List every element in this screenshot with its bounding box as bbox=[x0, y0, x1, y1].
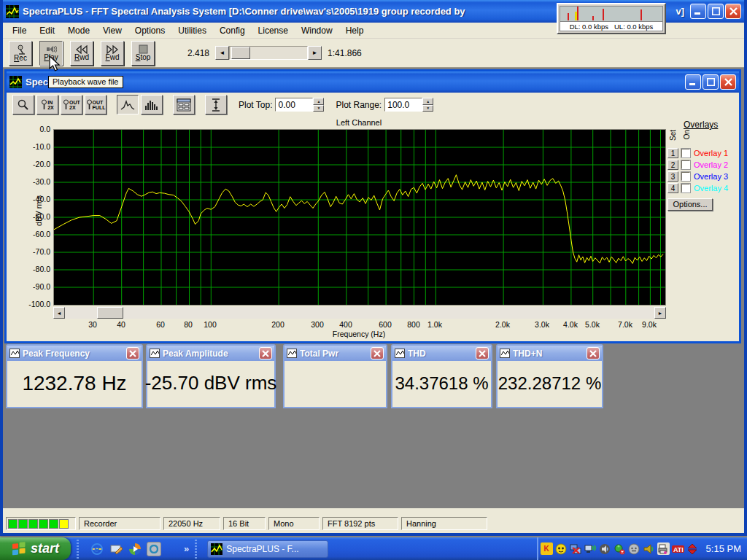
menu-mode[interactable]: Mode bbox=[61, 24, 96, 37]
overlay-2-label: Overlay 2 bbox=[694, 160, 728, 169]
stop-button[interactable]: Stop bbox=[131, 41, 155, 66]
plot-range-up-arrow[interactable]: ▲ bbox=[422, 98, 433, 105]
internet-explorer-icon[interactable]: e bbox=[90, 542, 104, 556]
scroll-thumb[interactable] bbox=[97, 307, 123, 319]
plot-range-input[interactable] bbox=[384, 98, 422, 112]
spectrum-plot[interactable] bbox=[53, 129, 666, 306]
network-disconnected-tray-icon[interactable] bbox=[570, 542, 582, 555]
menu-file[interactable]: File bbox=[6, 24, 33, 37]
zoom-tool-button[interactable] bbox=[12, 95, 34, 114]
scroll-track[interactable] bbox=[65, 307, 654, 319]
peak-amplitude-close-icon[interactable] bbox=[259, 347, 272, 359]
overlay-2-checkbox[interactable] bbox=[681, 160, 690, 169]
start-button[interactable]: start bbox=[0, 537, 71, 560]
peak-frequency-close-icon[interactable] bbox=[126, 347, 139, 359]
display-options-button[interactable] bbox=[173, 95, 195, 114]
slider-left-arrow[interactable]: ◄ bbox=[215, 46, 229, 60]
overlay-3-set-button[interactable]: 3 bbox=[667, 171, 678, 182]
zoom-out-2x-button[interactable]: OUT2X bbox=[61, 95, 82, 114]
plot-top-input[interactable] bbox=[275, 98, 313, 112]
plot-range-down-arrow[interactable]: ▼ bbox=[422, 105, 433, 112]
status-recorder: Recorder bbox=[79, 517, 160, 530]
x-tick-label: 400 bbox=[339, 320, 352, 329]
quick-launch-overflow-chevron[interactable]: » bbox=[184, 543, 189, 554]
zoom-in-2x-button[interactable]: IN2X bbox=[36, 95, 58, 114]
spectrum-maximize-button[interactable] bbox=[703, 74, 719, 90]
plot-range-spinbox: ▲▼ bbox=[384, 98, 433, 112]
plot-range-label: Plot Range: bbox=[336, 100, 382, 110]
thd-n-value: 232.28712 % bbox=[498, 361, 602, 405]
show-desktop-icon[interactable] bbox=[109, 542, 123, 556]
ati-tray-icon[interactable]: ATI bbox=[672, 542, 684, 555]
record-button[interactable]: Rec bbox=[9, 41, 32, 66]
overlays-options-button[interactable]: Options... bbox=[667, 198, 713, 211]
quicktime-icon[interactable] bbox=[147, 542, 161, 556]
plot-top-down-arrow[interactable]: ▼ bbox=[313, 105, 324, 112]
menu-help[interactable]: Help bbox=[339, 24, 371, 37]
x-tick-label: 800 bbox=[407, 320, 420, 329]
close-button[interactable] bbox=[725, 4, 741, 19]
smiley-tray-icon[interactable] bbox=[555, 542, 568, 555]
messenger-offline-tray-icon[interactable] bbox=[628, 542, 640, 555]
line-plot-mode-button[interactable] bbox=[117, 95, 139, 114]
media-player-icon[interactable] bbox=[128, 542, 142, 556]
scroll-left-arrow[interactable]: ◄ bbox=[53, 307, 65, 319]
plot-top-up-arrow[interactable]: ▲ bbox=[313, 98, 324, 105]
gold-speaker-tray-icon[interactable] bbox=[643, 542, 655, 555]
updown-arrows-tray-icon[interactable] bbox=[686, 542, 699, 555]
thd-n-close-icon[interactable] bbox=[587, 347, 600, 359]
slider-right-arrow[interactable]: ► bbox=[308, 46, 322, 60]
taskbar: start e » SpectraPLUS - F... bbox=[0, 537, 747, 560]
spectrum-close-button[interactable] bbox=[720, 74, 736, 90]
overlay-1-checkbox[interactable] bbox=[681, 149, 690, 158]
kodak-tray-icon[interactable]: K bbox=[541, 542, 553, 555]
spectrum-title: Spectrum bbox=[26, 77, 684, 88]
slider-thumb[interactable] bbox=[231, 47, 250, 59]
menu-license[interactable]: License bbox=[252, 24, 295, 37]
maximize-button[interactable] bbox=[708, 4, 724, 19]
peak-amplitude-panel: Peak Amplitude -25.70 dBV rms bbox=[146, 344, 276, 408]
overlays-heading: Overlays bbox=[684, 120, 740, 130]
menu-view[interactable]: View bbox=[96, 24, 128, 37]
rewind-label: Rwd bbox=[74, 54, 89, 61]
y-tick-label: -80.0 bbox=[17, 265, 50, 273]
monitor-audio-tray-icon[interactable] bbox=[584, 542, 597, 555]
total-pwr-close-icon[interactable] bbox=[371, 347, 384, 359]
taskbar-separator bbox=[77, 540, 79, 559]
taskbar-task-spectraplus[interactable]: SpectraPLUS - F... bbox=[207, 540, 328, 558]
spectrum-minimize-button[interactable] bbox=[685, 74, 701, 90]
position-slider[interactable]: ◄ ► bbox=[215, 46, 322, 60]
volume-tray-icon[interactable] bbox=[599, 542, 611, 555]
overlay-4-set-button[interactable]: 4 bbox=[667, 183, 678, 193]
zoom-full-button[interactable]: OUTFULL bbox=[85, 95, 107, 114]
menu-edit[interactable]: Edit bbox=[33, 24, 61, 37]
forward-button[interactable]: Fwd bbox=[101, 41, 124, 66]
thd-close-icon[interactable] bbox=[476, 347, 489, 359]
thd-titlebar: THD bbox=[392, 346, 491, 361]
x-tick-label: 40 bbox=[117, 320, 125, 329]
overlay-3-checkbox[interactable] bbox=[681, 172, 690, 181]
bar-plot-mode-button[interactable] bbox=[141, 95, 163, 114]
slider-groove[interactable] bbox=[229, 46, 308, 60]
minimize-button[interactable] bbox=[690, 4, 706, 19]
menu-config[interactable]: Config bbox=[213, 24, 252, 37]
menu-utilities[interactable]: Utilities bbox=[171, 24, 213, 37]
printer-tray-icon[interactable] bbox=[657, 542, 670, 555]
overlay-4-checkbox[interactable] bbox=[681, 184, 690, 192]
amplitude-scale-button[interactable] bbox=[205, 95, 227, 114]
peak-amplitude-value: -25.70 dBV rms bbox=[147, 361, 274, 405]
zoom-out-label: OUT bbox=[69, 100, 80, 105]
overlay-2-set-button[interactable]: 2 bbox=[667, 160, 678, 170]
total-pwr-value bbox=[285, 361, 386, 405]
rewind-button[interactable]: Rwd bbox=[70, 41, 93, 66]
antivirus-alert-tray-icon[interactable] bbox=[614, 542, 626, 555]
plot-scrollbar[interactable]: ◄ ► bbox=[53, 307, 666, 319]
task-label: SpectraPLUS - F... bbox=[226, 544, 298, 554]
menu-window[interactable]: Window bbox=[295, 24, 339, 37]
menu-options[interactable]: Options bbox=[128, 24, 171, 37]
bar-graph-icon bbox=[144, 99, 159, 111]
overlay-4-label: Overlay 4 bbox=[694, 184, 728, 192]
overlay-1-set-button[interactable]: 1 bbox=[667, 148, 678, 158]
bandwidth-meter-widget[interactable]: DL: 0.0 kbps UL: 0.0 kbps bbox=[557, 3, 666, 34]
scroll-right-arrow[interactable]: ► bbox=[654, 307, 666, 319]
